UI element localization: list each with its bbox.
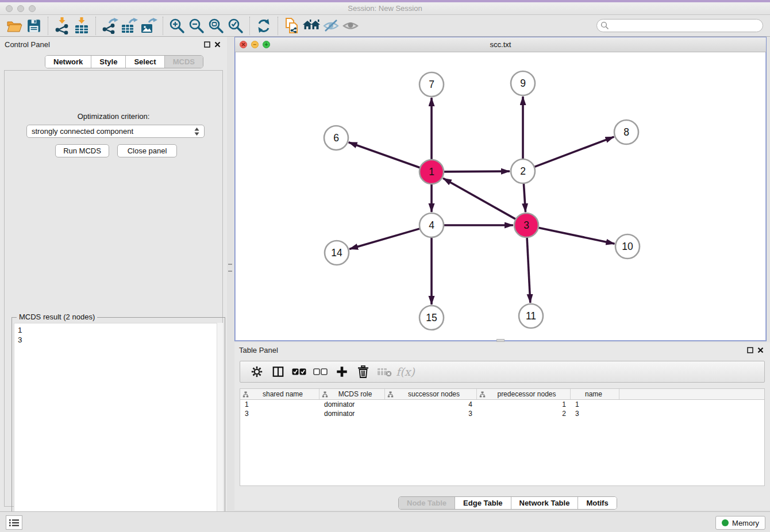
graph-edge-1-6[interactable] [349,142,421,168]
minimize-view-button[interactable]: − [251,41,259,48]
export-table-button[interactable] [120,17,139,35]
tab-motifs[interactable]: Motifs [578,497,616,509]
column-header-shared-name[interactable]: shared name [240,389,319,399]
search-field [596,19,763,32]
cell-successor-nodes[interactable]: 4 [385,400,477,409]
minimize-window-button[interactable] [17,5,24,12]
zoom-window-button[interactable] [29,5,36,12]
maximize-view-button[interactable]: + [263,41,270,48]
gear-icon [251,365,263,378]
column-header-mcds-role[interactable]: MCDS role [319,389,385,399]
column-layout-button[interactable] [267,363,288,381]
table-row[interactable]: 3 dominator 3 2 3 [240,409,764,418]
tab-edge-table[interactable]: Edge Table [455,497,510,509]
graph-edge-2-3[interactable] [523,183,525,212]
toolbar-separator [163,17,163,35]
cell-mcds-role[interactable]: dominator [319,400,385,409]
run-mcds-button[interactable]: Run MCDS [55,144,109,157]
table-settings-button[interactable] [246,363,267,381]
import-network-button[interactable] [52,17,72,35]
graph-edge-2-8[interactable] [534,137,614,167]
cell-shared-name[interactable]: 3 [240,409,319,418]
table-row[interactable]: 1 dominator 4 1 1 [240,400,764,409]
clone-network-button[interactable] [282,17,302,35]
zoom-out-button[interactable] [187,17,206,35]
tab-node-table[interactable]: Node Table [399,497,455,509]
graph-node-label-11: 11 [526,310,536,322]
deselect-all-button[interactable] [310,363,331,381]
apply-layout-button[interactable] [254,17,274,35]
criterion-select[interactable]: strongly connected component [26,125,205,138]
vertical-splitter-handle[interactable] [228,264,232,272]
delete-column-button[interactable] [352,363,374,381]
close-view-button[interactable]: ✕ [240,41,247,48]
cell-shared-name[interactable]: 1 [240,400,319,409]
column-header-successor-nodes[interactable]: successor nodes [385,389,477,399]
close-panel-button[interactable]: Close panel [117,144,177,157]
tab-network[interactable]: Network [45,56,91,68]
cell-successor-nodes[interactable]: 3 [385,409,477,418]
select-all-button[interactable] [288,363,310,381]
toolbar-separator [249,17,250,35]
mcds-result-group: MCDS result (2 nodes) 1 3 [11,317,225,532]
table-panel-tabs: Node Table Edge Table Network Table Moti… [398,496,617,510]
search-input[interactable] [596,19,763,32]
toolbar-separator [278,17,278,35]
cell-name[interactable]: 3 [571,409,619,418]
network-window-titlebar[interactable]: ✕ − + scc.txt [235,37,766,52]
graph-edge-3-11[interactable] [527,237,530,303]
graph-edge-3-10[interactable] [538,228,615,244]
add-column-button[interactable] [331,363,352,381]
cell-predecessor-nodes[interactable]: 2 [477,409,571,418]
tab-network-table[interactable]: Network Table [511,497,578,509]
tab-select[interactable]: Select [125,56,164,68]
memory-button[interactable]: Memory [715,516,765,530]
import-table-button[interactable] [72,17,91,35]
zoom-fit-button[interactable] [206,17,226,35]
import-network-icon [54,17,70,34]
task-history-button[interactable] [6,515,22,530]
column-type-icon [479,391,486,398]
float-panel-icon[interactable] [202,39,212,49]
network-graph-canvas[interactable]: 7968124314101511 [235,52,766,341]
graph-edge-4-14[interactable] [349,229,420,249]
plus-icon [336,365,348,378]
tab-style[interactable]: Style [91,56,125,68]
horizontal-splitter-handle[interactable] [496,339,505,342]
hide-selected-button[interactable] [321,17,341,35]
mcds-result-text[interactable]: 1 3 [14,323,223,532]
zoom-selected-button[interactable] [226,17,245,35]
open-session-button[interactable] [5,17,24,35]
node-table[interactable]: shared name MCDS role successor nodes pr… [240,388,765,486]
tab-mcds[interactable]: MCDS [164,56,203,68]
zoom-in-button[interactable] [167,17,187,35]
table-panel-title: Table Panel [239,346,745,354]
show-all-button[interactable] [341,17,360,35]
float-table-panel-icon[interactable] [745,345,755,355]
export-network-button[interactable] [100,17,120,35]
graph-edge-1-2[interactable] [444,171,510,172]
graph-edge-3-1[interactable] [443,178,516,219]
search-icon [600,21,609,30]
graph-node-label-3: 3 [523,219,529,231]
graph-node-label-9: 9 [520,78,526,89]
export-image-button[interactable] [139,17,159,35]
unchecked-boxes-icon [313,368,328,376]
save-session-button[interactable] [24,17,44,35]
result-scrollbar[interactable] [217,323,223,532]
close-window-button[interactable] [6,5,13,12]
cell-predecessor-nodes[interactable]: 1 [477,400,571,409]
control-panel-header: Control Panel [0,37,227,52]
graph-node-label-2: 2 [520,165,526,177]
column-header-name[interactable]: name [571,389,619,399]
close-panel-icon[interactable] [212,39,222,49]
column-header-predecessor-nodes[interactable]: predecessor nodes [477,389,571,399]
cell-mcds-role[interactable]: dominator [319,409,385,418]
close-table-panel-icon[interactable] [755,345,765,355]
graph-node-label-15: 15 [426,312,437,323]
delete-table-button [374,363,395,381]
home-button[interactable] [302,17,321,35]
checked-boxes-icon [292,368,306,376]
cell-name[interactable]: 1 [571,400,619,409]
network-window-title: scc.txt [235,40,766,49]
